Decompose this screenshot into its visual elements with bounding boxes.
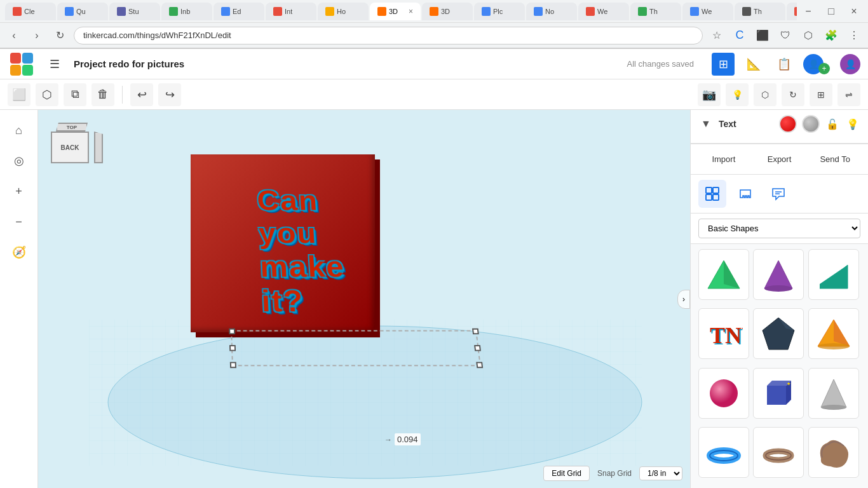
handle-top-right[interactable]: [472, 329, 479, 334]
nav-cube[interactable]: TOP BACK: [51, 123, 95, 173]
minimize-button[interactable]: −: [799, 3, 817, 20]
toolbar: ⬜ ⬡ ⧉ 🗑 ↩ ↪ 📷 💡 ⬡ ↻ ⊞ ⇌: [0, 79, 868, 110]
tab-int[interactable]: Int: [266, 3, 316, 20]
handle-bottom-left[interactable]: [230, 362, 236, 369]
redo-button[interactable]: ↪: [158, 83, 181, 106]
mirror-button[interactable]: ⇌: [837, 83, 860, 106]
undo-button[interactable]: ↩: [130, 83, 153, 106]
shape-item-cone[interactable]: [753, 249, 804, 300]
collapse-shape-panel-button[interactable]: ▼: [698, 116, 714, 132]
tab-stu[interactable]: Stu: [109, 3, 160, 20]
shape-item-torus[interactable]: [698, 427, 749, 478]
tab-we2[interactable]: We: [682, 3, 733, 20]
url-input[interactable]: [74, 27, 703, 44]
text-object[interactable]: Can you make it?: [256, 184, 348, 318]
tab-3d-active[interactable]: 3D ×: [370, 3, 421, 20]
nav-cube-top[interactable]: TOP: [56, 123, 88, 132]
dimension-value: 0.094: [395, 433, 421, 445]
dimension-arrow: →: [384, 435, 392, 444]
group-button[interactable]: ⧉: [64, 83, 86, 106]
shape-item-organic[interactable]: [808, 427, 859, 478]
orientation-button[interactable]: 🧭: [6, 240, 32, 265]
puzzle-icon[interactable]: 🧩: [822, 27, 840, 44]
shape-item-wedge[interactable]: [808, 249, 859, 300]
handle-mid-right[interactable]: [474, 345, 481, 351]
refresh-button[interactable]: ↻: [51, 27, 69, 44]
user-avatar[interactable]: 👤: [840, 54, 860, 74]
collapse-panel-button[interactable]: ›: [677, 290, 690, 309]
more-button[interactable]: ⋮: [845, 27, 863, 44]
vpn-icon[interactable]: ⬡: [799, 27, 817, 44]
svg-point-21: [818, 343, 850, 349]
close-window-button[interactable]: ×: [845, 3, 863, 20]
tab-th[interactable]: Th: [630, 3, 681, 20]
tab-we[interactable]: We: [578, 3, 629, 20]
shape-item-pyramid-yellow[interactable]: [808, 308, 859, 359]
ruler-panel-button[interactable]: [731, 180, 759, 208]
chrome-icon[interactable]: C: [731, 27, 749, 44]
camera-view-button[interactable]: 📷: [698, 83, 721, 106]
shield-icon[interactable]: 🛡: [776, 27, 794, 44]
back-button[interactable]: ‹: [5, 27, 23, 44]
delete-button[interactable]: 🗑: [92, 83, 114, 106]
fit-view-button[interactable]: ◎: [6, 148, 32, 173]
hamburger-menu-button[interactable]: ☰: [43, 53, 66, 76]
shape-item-text[interactable]: TNY: [698, 308, 749, 359]
viewport[interactable]: TOP BACK Can you make it?: [38, 110, 690, 488]
duplicate-button[interactable]: ⬡: [36, 83, 58, 106]
snap-grid-select[interactable]: 1/8 in: [639, 466, 682, 480]
tab-th2[interactable]: Th: [735, 3, 785, 20]
tab-strip: Cle Qu Stu Inb Ed Int: [5, 3, 797, 20]
add-user-icon[interactable]: +: [818, 63, 830, 74]
grid-view-button[interactable]: ⊞: [712, 53, 735, 76]
tab-qu[interactable]: Qu: [57, 3, 108, 20]
shape-item-cube[interactable]: [753, 368, 804, 419]
shape-item-diamond[interactable]: [753, 308, 804, 359]
nav-cube-front[interactable]: BACK: [51, 132, 89, 163]
tab-cle[interactable]: Cle: [5, 3, 56, 20]
handle-bottom-right[interactable]: [476, 362, 483, 369]
tab-inb[interactable]: Inb: [161, 3, 212, 20]
forward-button[interactable]: ›: [28, 27, 46, 44]
maximize-button[interactable]: □: [822, 3, 840, 20]
extensions-icon[interactable]: ⬛: [754, 27, 771, 44]
handle-top-left[interactable]: [229, 329, 235, 334]
tab-ed[interactable]: Ed: [214, 3, 264, 20]
tab-re[interactable]: Re: [787, 3, 797, 20]
shape-item-sphere[interactable]: [698, 368, 749, 419]
lightbulb-icon[interactable]: 💡: [845, 116, 860, 132]
comment-panel-button[interactable]: [764, 180, 792, 208]
export-button[interactable]: Export: [754, 149, 805, 170]
nav-cube-side[interactable]: [94, 132, 103, 163]
shape-color-red[interactable]: [779, 115, 797, 133]
nav-cube-top-label: TOP: [67, 125, 77, 130]
zoom-in-button[interactable]: +: [6, 179, 32, 204]
shape-view-button[interactable]: ⬡: [754, 83, 776, 106]
shape-color-grey[interactable]: [802, 115, 820, 133]
shape-item-pyramid[interactable]: [698, 249, 749, 300]
align-button[interactable]: ⊞: [810, 83, 832, 106]
bookmark-icon[interactable]: ☆: [708, 27, 726, 44]
tab-plc[interactable]: Plc: [474, 3, 525, 20]
shapes-grid-view-button[interactable]: [698, 180, 726, 208]
send-to-button[interactable]: Send To: [810, 149, 860, 170]
edit-grid-button[interactable]: Edit Grid: [543, 466, 590, 481]
home-view-button[interactable]: ⌂: [6, 118, 32, 143]
handle-mid-left[interactable]: [229, 345, 236, 351]
import-button[interactable]: Import: [698, 149, 749, 170]
logo-cell-yellow: [10, 65, 21, 76]
clipboard-button[interactable]: 📋: [773, 53, 796, 76]
tab-ho[interactable]: Ho: [318, 3, 369, 20]
shape-item-cone-grey[interactable]: [808, 368, 859, 419]
shapes-category-select[interactable]: Basic Shapes Letters Numbers Connectors: [698, 219, 860, 238]
ruler-button[interactable]: 📐: [742, 53, 765, 76]
zoom-out-button[interactable]: −: [6, 209, 32, 234]
tab-3d2[interactable]: 3D: [422, 3, 473, 20]
rotation-button[interactable]: ↻: [782, 83, 804, 106]
tab-no[interactable]: No: [526, 3, 577, 20]
lock-icon[interactable]: 🔓: [825, 116, 840, 132]
copy-button[interactable]: ⬜: [8, 83, 31, 106]
close-tab-icon[interactable]: ×: [409, 7, 413, 16]
shape-item-torus-brown[interactable]: [753, 427, 804, 478]
perspective-button[interactable]: 💡: [726, 83, 749, 106]
